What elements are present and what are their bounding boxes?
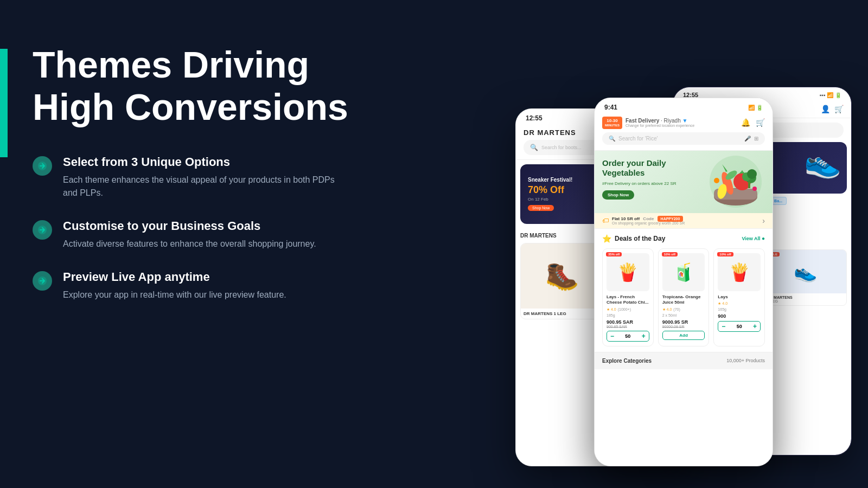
right-section: 12:55 ▪▪▪ 📶 🔋 igram Delivery ▼ 👤 🛒 [407, 0, 868, 488]
arrow-icon-2 [33, 220, 52, 240]
star-icon: ⭐ [602, 234, 611, 243]
product-card-3: 10% off 🍟 Lays ★ 4.0 165g 900 [713, 248, 765, 346]
promo-icon: 🏷 [602, 217, 609, 224]
products-row: 35% off 🍟 Lays - French Cheese Potato Ch… [602, 248, 765, 346]
back-product-price-2: 1 LEG [767, 299, 844, 303]
qty-control-3[interactable]: − 50 + [718, 321, 761, 332]
promo-info: 🏷 Flat 10 SR off Code HAPPY200 On shoppi… [602, 216, 685, 225]
product-weight-2: 2 x 50ml [662, 313, 705, 317]
mic-icon[interactable]: 🎤 [744, 136, 751, 142]
promo-minimum: On shopping organic grocery worth 200 SR [612, 221, 685, 225]
product-price-2: 9000.95 SR [662, 319, 705, 325]
svg-rect-11 [748, 182, 750, 188]
search-placeholder: Search for 'Rice' [618, 136, 741, 142]
product-price-3: 900 [718, 313, 761, 319]
cart-icon[interactable]: 🛒 [756, 118, 765, 127]
back-product-2: 👟 SALE DR MARTENS 1 LEG [764, 249, 847, 306]
front-banner-text: Sneaker Festival! 70% Off On 12 Feb Shop… [528, 177, 572, 211]
grocery-header-top: 10-30 MINUTES Fast Delivery · Riyadh ▼ C… [602, 117, 765, 129]
product-name-1: Lays - French Cheese Potato Chi... [607, 294, 649, 306]
features-list: Select from 3 Unique Options Each theme … [33, 155, 412, 301]
qty-number-1: 50 [625, 333, 630, 339]
feature-text-2: Customise to your Business Goals Activat… [63, 219, 316, 251]
promo-bar: 🏷 Flat 10 SR off Code HAPPY200 On shoppi… [595, 213, 773, 229]
grocery-header: 10-30 MINUTES Fast Delivery · Riyadh ▼ C… [595, 113, 773, 151]
back-product-brand-2: DR MARTENS [767, 296, 844, 299]
view-all-icon: ● [762, 235, 765, 241]
deals-title: Deals of the Day [615, 235, 665, 242]
product-badge-3: 10% off [717, 252, 733, 256]
qty-minus-1[interactable]: − [610, 332, 614, 340]
front-product-info-1: DR MARTENS 1 LEG [521, 309, 603, 319]
back-product-img-2: 👟 SALE [764, 250, 846, 293]
deals-title-row: ⭐ Deals of the Day [602, 234, 665, 243]
svg-point-15 [752, 187, 757, 191]
product-badge-1: 35% off [606, 252, 622, 256]
feature-heading-1: Select from 3 Unique Options [63, 155, 345, 169]
explore-bar: Explore Categories 10,000+ Products [595, 352, 773, 369]
hero-banner: Order your Daily Vegetables #Free Delive… [595, 151, 773, 213]
delivery-info: Fast Delivery · Riyadh ▼ Change for pref… [626, 118, 694, 127]
feature-item-2: Customise to your Business Goals Activat… [33, 219, 412, 251]
explore-count: 10,000+ Products [726, 358, 765, 363]
mid-phone-time: 9:41 [604, 104, 617, 111]
delivery-minutes-badge: 10-30 MINUTES [602, 117, 622, 129]
bell-icon[interactable]: 🔔 [741, 118, 750, 127]
qty-number-3: 50 [737, 324, 742, 329]
feature-desc-2: Activate diverse features to enhance the… [63, 237, 316, 251]
vegetable-illustration [703, 153, 768, 210]
qty-control-1[interactable]: − 50 + [607, 331, 649, 342]
svg-point-14 [714, 178, 719, 183]
product-card-1: 35% off 🍟 Lays - French Cheese Potato Ch… [602, 248, 654, 346]
search-icon: 🔍 [609, 136, 615, 142]
add-button-2[interactable]: Add [662, 331, 705, 340]
product-weight-1: 185g [607, 313, 649, 317]
back-header-icons: 👤 🛒 [821, 105, 844, 113]
qty-plus-1[interactable]: + [642, 332, 646, 340]
product-img-3: 🍟 [718, 253, 761, 291]
promo-details: Flat 10 SR off Code HAPPY200 On shopping… [612, 216, 685, 225]
front-shop-btn[interactable]: Shop Now [528, 205, 554, 211]
arrow-icon-1 [33, 156, 52, 176]
hero-title-line1: Themes Driving [33, 44, 309, 85]
delivery-badge: 10-30 MINUTES Fast Delivery · Riyadh ▼ C… [602, 117, 694, 129]
scan-icon[interactable]: ⊞ [754, 136, 758, 142]
feature-heading-3: Preview Live App anytime [63, 270, 286, 284]
search-bar[interactable]: 🔍 Search for 'Rice' 🎤 ⊞ [602, 132, 765, 145]
product-price-1: 900.95 SAR [607, 319, 649, 325]
header-icons: 🔔 🛒 [741, 118, 765, 127]
front-product-img-1: 🥾 [521, 243, 603, 309]
qty-minus-3[interactable]: − [722, 323, 725, 330]
feature-desc-3: Explore your app in real-time with our l… [63, 288, 286, 301]
promo-chevron: › [762, 216, 765, 225]
hero-title-line2: High Conversions [33, 86, 348, 127]
arrow-icon-3 [33, 271, 52, 291]
feature-heading-2: Customise to your Business Goals [63, 219, 316, 233]
feature-desc-1: Each theme enhances the visual appeal of… [63, 174, 345, 200]
left-section: Themes Driving High Conversions Select f… [33, 43, 412, 301]
front-phone-time: 12:55 [526, 114, 542, 122]
product-badge-2: 10% off [662, 252, 678, 256]
product-img-2: 🧃 [662, 253, 705, 291]
front-product-1: 🥾 DR MARTENS 1 LEG [520, 243, 603, 319]
accent-bar [0, 49, 8, 157]
sneaker-shoe-icon: 👟 [804, 145, 841, 180]
product-old-price-2: 90000.08 SR [662, 325, 705, 329]
product-card-2: 10% off 🧃 Tropicana- Orange Juice 50ml ★… [658, 248, 710, 346]
banner-title: Order your Daily Vegetables [602, 158, 673, 178]
phone-middle: 9:41 📶 🔋 10-30 MINUTES Fast Delivery [594, 98, 773, 466]
view-all-button[interactable]: View All ● [742, 235, 765, 241]
product-old-price-1: 900.85 SAR [607, 325, 649, 329]
feature-item-1: Select from 3 Unique Options Each theme … [33, 155, 412, 200]
feature-item-3: Preview Live App anytime Explore your ap… [33, 270, 412, 301]
product-weight-3: 165g [718, 307, 761, 311]
fashion-brand: DR MARTENS [524, 129, 576, 137]
product-name-3: Lays [718, 294, 761, 300]
product-img-1: 🍟 [607, 253, 649, 291]
shop-now-button[interactable]: Shop Now [602, 190, 634, 200]
hero-title: Themes Driving High Conversions [33, 43, 412, 128]
qty-plus-3[interactable]: + [753, 323, 757, 330]
change-location: Change for preferred location experience [626, 124, 694, 127]
feature-text-3: Preview Live App anytime Explore your ap… [63, 270, 286, 301]
back-product-info-2: DR MARTENS 1 LEG [764, 293, 846, 305]
